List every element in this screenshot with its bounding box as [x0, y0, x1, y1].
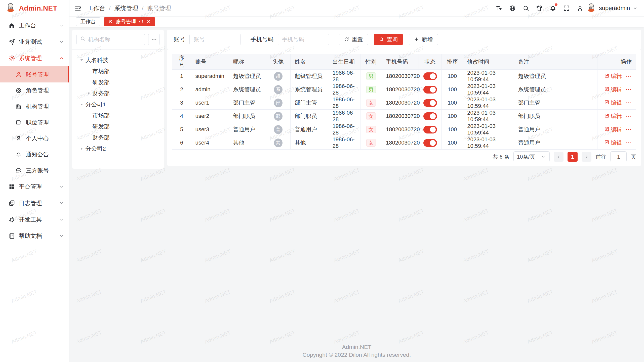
sidebar-item-通知公告[interactable]: 通知公告: [0, 147, 69, 163]
more-actions-button[interactable]: [625, 73, 631, 79]
topbar-actions: [494, 4, 585, 13]
page-number-1[interactable]: 1: [568, 152, 577, 162]
accounts-table: 序号账号昵称头像姓名出生日期性别手机号码状态排序修改时间备注操作 1supera…: [172, 54, 636, 150]
more-actions-button[interactable]: [625, 113, 631, 119]
reset-button[interactable]: 重置: [339, 34, 368, 45]
user-menu[interactable]: superadmin: [586, 2, 638, 14]
sidebar-item-个人中心[interactable]: 个人中心: [0, 130, 69, 147]
refresh-icon: [344, 37, 349, 42]
status-toggle[interactable]: [423, 86, 437, 94]
phone-input[interactable]: [278, 34, 329, 45]
edit-button[interactable]: 编辑: [604, 99, 622, 107]
theme-icon[interactable]: [535, 4, 544, 13]
status-toggle[interactable]: [423, 126, 437, 133]
breadcrumb-item[interactable]: 工作台: [88, 4, 105, 12]
close-icon[interactable]: [146, 19, 151, 24]
tree-node-分公司2[interactable]: 分公司2: [75, 143, 162, 154]
profile-icon[interactable]: [576, 4, 585, 13]
cell-modified: 2023-01-03 10:59:44: [463, 70, 514, 83]
tab-账号管理[interactable]: 账号管理: [104, 17, 155, 26]
sidebar-item-职位管理[interactable]: 职位管理: [0, 114, 69, 130]
table-row: 3user1部门主管部部门主管1986-06-28女18020030720100…: [172, 96, 636, 110]
more-actions-button[interactable]: [625, 86, 631, 93]
sidebar-item-业务测试[interactable]: 业务测试: [0, 34, 69, 50]
cpu-icon: [8, 216, 15, 223]
org-search-input[interactable]: [88, 36, 141, 43]
sidebar-item-平台管理[interactable]: 平台管理: [0, 178, 69, 195]
cell-birth: 1986-06-28: [328, 136, 360, 150]
org-search-box: [76, 34, 145, 45]
edit-button[interactable]: 编辑: [604, 126, 622, 133]
sidebar-item-角色管理[interactable]: 角色管理: [0, 82, 69, 99]
tree-node-市场部[interactable]: 市场部: [75, 66, 162, 77]
fullscreen-icon[interactable]: [562, 4, 571, 13]
refresh-icon[interactable]: [139, 19, 144, 24]
cell-gender: 男: [360, 70, 382, 83]
prev-page-button[interactable]: [554, 152, 564, 162]
edit-button[interactable]: 编辑: [604, 72, 622, 80]
tab-工作台[interactable]: 工作台: [76, 17, 100, 26]
cell-avatar: 系: [266, 83, 291, 96]
edit-button[interactable]: 编辑: [604, 86, 622, 93]
cell-account: user1: [191, 96, 229, 110]
menu-fold-icon[interactable]: [73, 4, 83, 13]
page-size-select[interactable]: 10条/页: [513, 151, 550, 162]
status-toggle[interactable]: [423, 99, 437, 107]
column-header-status: 状态: [419, 54, 441, 70]
cell-modified: 2023-01-03 10:59:44: [463, 83, 514, 96]
cell-sort: 100: [442, 136, 463, 150]
tree-node-财务部[interactable]: 财务部: [75, 132, 162, 143]
sidebar-item-三方账号[interactable]: 三方账号: [0, 162, 69, 178]
edit-icon: [604, 100, 610, 106]
sidebar-item-机构管理[interactable]: 机构管理: [0, 99, 69, 115]
org-more-button[interactable]: [148, 34, 160, 45]
table-row: 6user4其他其其他1986-06-28女180200307201002023…: [172, 136, 636, 150]
more-actions-button[interactable]: [625, 100, 631, 106]
goto-page-input[interactable]: [610, 151, 627, 162]
query-button[interactable]: 查询: [374, 34, 403, 45]
tree-node-大名科技[interactable]: 大名科技: [75, 55, 162, 66]
more-actions-button[interactable]: [625, 140, 631, 146]
sidebar-item-帮助文档[interactable]: 帮助文档: [0, 228, 69, 244]
sidebar-item-开发工具[interactable]: 开发工具: [0, 211, 69, 228]
sidebar-item-日志管理[interactable]: 日志管理: [0, 195, 69, 211]
cell-name: 普通用户: [291, 123, 328, 136]
sidebar-item-工作台[interactable]: 工作台: [0, 17, 69, 34]
tree-node-研发部[interactable]: 研发部: [75, 121, 162, 132]
sidebar-item-系统管理[interactable]: 系统管理: [0, 50, 69, 66]
breadcrumb-item[interactable]: 系统管理: [114, 4, 138, 12]
caret-closed-icon[interactable]: [78, 146, 85, 151]
tree-node-label: 财务部: [92, 134, 110, 142]
edit-button[interactable]: 编辑: [604, 139, 622, 147]
sidebar-item-label: 账号管理: [26, 71, 49, 78]
caret-open-icon[interactable]: [78, 57, 85, 63]
row-actions: 编辑: [601, 86, 632, 93]
tree-node-财务部[interactable]: 财务部: [75, 88, 162, 99]
cell-status: [419, 136, 441, 150]
add-button[interactable]: 新增: [409, 34, 438, 45]
tree-node-分公司1[interactable]: 分公司1: [75, 99, 162, 110]
column-header-account: 账号: [191, 54, 229, 70]
sidebar-item-账号管理[interactable]: 账号管理: [0, 66, 69, 82]
cell-remark: 超级管理员: [514, 70, 597, 83]
status-toggle[interactable]: [423, 139, 437, 147]
tree-node-市场部[interactable]: 市场部: [75, 110, 162, 121]
notification-icon[interactable]: [548, 4, 557, 13]
cell-account: admin: [191, 83, 229, 96]
tree-node-研发部[interactable]: 研发部: [75, 77, 162, 88]
language-icon[interactable]: [508, 4, 517, 13]
more-actions-button[interactable]: [625, 126, 631, 132]
row-actions: 编辑: [601, 72, 632, 80]
status-toggle[interactable]: [423, 112, 437, 120]
search-icon[interactable]: [521, 4, 530, 13]
next-page-button[interactable]: [582, 152, 591, 162]
logs-icon: [8, 200, 15, 207]
caret-closed-icon[interactable]: [85, 91, 92, 96]
org-icon: [15, 103, 22, 110]
caret-open-icon[interactable]: [78, 102, 85, 107]
status-toggle[interactable]: [423, 72, 437, 80]
gender-badge: 女: [366, 126, 376, 133]
font-size-icon[interactable]: [494, 4, 503, 13]
edit-button[interactable]: 编辑: [604, 112, 622, 120]
account-input[interactable]: [189, 34, 241, 45]
